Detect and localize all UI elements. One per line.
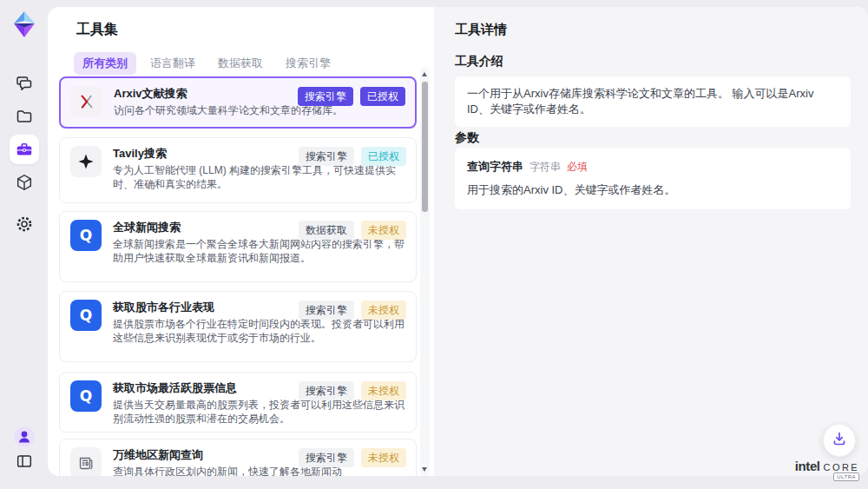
- auth-status-badge: 未授权: [361, 221, 406, 240]
- tool-card-global-news[interactable]: Q 全球新闻搜索 全球新闻搜索是一个聚合全球各大新闻网站内容的搜索引擎，帮助用户…: [59, 211, 417, 282]
- panel-toggle-button[interactable]: [10, 446, 39, 476]
- tool-desc: 全球新闻搜索是一个聚合全球各大新闻网站内容的搜索引擎，帮助用户快速获取全球最新资…: [113, 237, 405, 265]
- app-logo-icon: [11, 10, 37, 38]
- auth-status-badge: 已授权: [361, 147, 406, 166]
- tab-search-engine[interactable]: 搜索引擎: [277, 52, 339, 75]
- intro-text-box: 一个用于从Arxiv存储库搜索科学论文和文章的工具。 输入可以是Arxiv ID…: [455, 76, 851, 127]
- category-badge: 搜索引擎: [299, 147, 354, 166]
- category-badge: 搜索引擎: [299, 381, 354, 400]
- nav-models-button[interactable]: [10, 168, 39, 197]
- category-badge: 搜索引擎: [298, 87, 353, 106]
- intel-core-ultra-logo: intel core ultra: [795, 459, 859, 481]
- nav-chat-button[interactable]: [10, 69, 39, 98]
- tool-card-list: Arxiv文献搜索 访问各个研究领域大量科学论文和文章的存储库。 搜索引擎 已授…: [59, 76, 417, 476]
- toolbox-icon: [15, 140, 34, 159]
- folder-icon: [15, 107, 34, 126]
- tool-detail-panel: 工具详情 工具介绍 一个用于从Arxiv存储库搜索科学论文和文章的工具。 输入可…: [434, 7, 868, 476]
- tab-all-categories[interactable]: 所有类别: [74, 52, 136, 75]
- scroll-up-arrow-icon[interactable]: [422, 72, 427, 76]
- nav-files-button[interactable]: [10, 102, 39, 131]
- scroll-down-arrow-icon[interactable]: [422, 467, 427, 472]
- tool-desc: 提供当天交易量最高的股票列表，投资者可以利用这些信息来识别流动性强的股票和潜在的…: [113, 398, 405, 426]
- category-badge: 搜索引擎: [299, 448, 354, 467]
- ultra-brand-badge: ultra: [833, 472, 859, 481]
- chat-icon: [15, 74, 34, 93]
- main-window: 工具集 所有类别 语言翻译 数据获取 搜索引擎: [48, 7, 868, 476]
- tab-translation[interactable]: 语言翻译: [141, 52, 204, 75]
- tool-card-tavily[interactable]: Tavily搜索 专为人工智能代理 (LLM) 构建的搜索引擎工具，可快速提供实…: [59, 137, 417, 203]
- category-tabs: 所有类别 语言翻译 数据获取 搜索引擎: [74, 52, 339, 75]
- download-icon: [831, 430, 848, 451]
- q-stock-icon: Q: [70, 300, 102, 331]
- cube-icon: [15, 173, 34, 192]
- user-avatar-icon: [13, 426, 36, 448]
- left-rail: [0, 0, 48, 489]
- panel-toggle-icon: [15, 452, 34, 471]
- list-scrollbar[interactable]: [420, 68, 430, 476]
- q-stock-icon: Q: [70, 380, 102, 412]
- detail-title: 工具详情: [455, 22, 507, 38]
- star-icon: [70, 146, 102, 177]
- arxiv-icon: [71, 86, 102, 117]
- param-desc: 用于搜索的Arxiv ID、关键字或作者姓名。: [467, 182, 838, 198]
- tool-card-regional-news[interactable]: 万维地区新闻查询 查询具体行政区划内的新闻，快速了解各地新闻动 搜索引擎 未授权: [59, 439, 417, 476]
- intro-heading: 工具介绍: [455, 54, 503, 69]
- tool-desc: 专为人工智能代理 (LLM) 构建的搜索引擎工具，可快速提供实时、准确和真实的结…: [113, 163, 405, 191]
- scrollbar-thumb[interactable]: [422, 82, 428, 212]
- download-button[interactable]: [823, 424, 856, 457]
- tool-list-panel: 工具集 所有类别 语言翻译 数据获取 搜索引擎: [48, 7, 434, 476]
- auth-status-badge: 未授权: [361, 301, 406, 320]
- intro-text: 一个用于从Arxiv存储库搜索科学论文和文章的工具。 输入可以是Arxiv ID…: [467, 87, 813, 116]
- q-news-icon: Q: [70, 220, 102, 251]
- newspaper-icon: [70, 447, 102, 476]
- tab-data-fetch[interactable]: 数据获取: [209, 52, 272, 75]
- category-badge: 数据获取: [299, 221, 354, 240]
- auth-status-badge: 已授权: [360, 87, 405, 106]
- tool-card-sector-performance[interactable]: Q 获取股市各行业表现 提供股票市场各个行业在特定时间段内的表现。投资者可以利用…: [59, 291, 417, 362]
- param-required-badge: 必填: [567, 160, 588, 175]
- gear-icon: [15, 215, 34, 234]
- category-badge: 搜索引擎: [299, 301, 354, 320]
- auth-status-badge: 未授权: [361, 381, 406, 400]
- tool-card-active-stocks[interactable]: Q 获取市场最活跃股票信息 提供当天交易量最高的股票列表，投资者可以利用这些信息…: [59, 372, 417, 433]
- auth-status-badge: 未授权: [361, 448, 406, 467]
- param-name: 查询字符串: [467, 159, 523, 175]
- nav-settings-button[interactable]: [10, 209, 39, 239]
- app-stage: 工具集 所有类别 语言翻译 数据获取 搜索引擎: [0, 0, 868, 489]
- core-brand-text: core: [824, 462, 859, 472]
- nav-toolbox-button[interactable]: [10, 135, 39, 164]
- tool-card-arxiv[interactable]: Arxiv文献搜索 访问各个研究领域大量科学论文和文章的存储库。 搜索引擎 已授…: [59, 76, 417, 129]
- param-type: 字符串: [529, 160, 561, 175]
- page-title: 工具集: [76, 21, 118, 39]
- tool-desc: 提供股票市场各个行业在特定时间段内的表现。投资者可以利用这些信息来识别表现优于或…: [113, 317, 405, 345]
- param-card: 查询字符串 字符串 必填 用于搜索的Arxiv ID、关键字或作者姓名。: [455, 148, 851, 209]
- intel-brand-text: intel: [795, 459, 820, 473]
- params-heading: 参数: [455, 130, 479, 146]
